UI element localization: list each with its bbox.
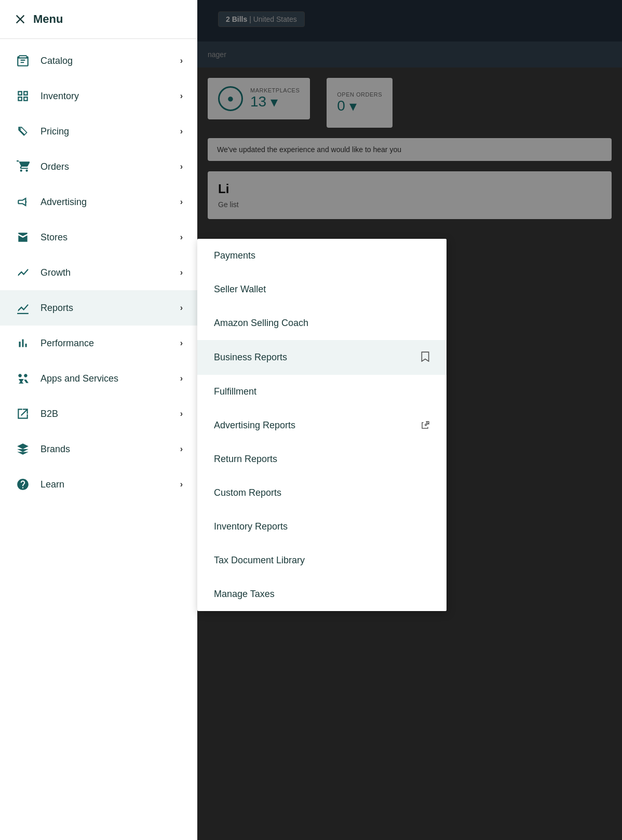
chevron-right-icon: › xyxy=(180,338,183,348)
sidebar-item-inventory[interactable]: Inventory › xyxy=(0,78,197,114)
chevron-right-icon: › xyxy=(180,268,183,277)
submenu-item-manage-taxes[interactable]: Manage Taxes xyxy=(197,577,447,611)
external-link-icon xyxy=(417,421,430,430)
reports-icon xyxy=(15,300,31,316)
sidebar-item-catalog[interactable]: Catalog › xyxy=(0,43,197,78)
sidebar: Menu Catalog › Inventory › xyxy=(0,0,197,840)
sidebar-item-apps-and-services[interactable]: Apps and Services › xyxy=(0,361,197,396)
submenu-item-payments[interactable]: Payments xyxy=(197,239,447,273)
chevron-right-icon: › xyxy=(180,127,183,136)
menu-title: Menu xyxy=(33,12,63,26)
chevron-right-icon: › xyxy=(180,444,183,454)
sidebar-item-stores[interactable]: Stores › xyxy=(0,220,197,255)
inventory-icon xyxy=(15,88,31,104)
performance-icon xyxy=(15,335,31,351)
chevron-right-icon: › xyxy=(180,409,183,418)
sidebar-item-b2b[interactable]: B2B › xyxy=(0,396,197,431)
sidebar-item-reports[interactable]: Reports › xyxy=(0,290,197,326)
submenu-item-inventory-reports[interactable]: Inventory Reports xyxy=(197,510,447,544)
sidebar-header: Menu xyxy=(0,0,197,39)
advertising-icon xyxy=(15,194,31,210)
chevron-right-icon: › xyxy=(180,197,183,207)
bookmark-icon xyxy=(421,351,430,363)
sidebar-item-growth[interactable]: Growth › xyxy=(0,255,197,290)
chevron-right-icon: › xyxy=(180,162,183,171)
sidebar-item-performance[interactable]: Performance › xyxy=(0,326,197,361)
sidebar-item-advertising[interactable]: Advertising › xyxy=(0,184,197,220)
chevron-right-icon: › xyxy=(180,91,183,101)
chevron-right-icon: › xyxy=(180,480,183,489)
submenu-item-custom-reports[interactable]: Custom Reports xyxy=(197,476,447,510)
b2b-icon xyxy=(15,405,31,422)
orders-icon xyxy=(15,158,31,175)
sidebar-item-pricing[interactable]: Pricing › xyxy=(0,114,197,149)
submenu-item-return-reports[interactable]: Return Reports xyxy=(197,442,447,476)
submenu-item-business-reports[interactable]: Business Reports xyxy=(197,340,447,375)
chevron-right-icon: › xyxy=(180,374,183,383)
sidebar-item-orders[interactable]: Orders › xyxy=(0,149,197,184)
submenu-item-seller-wallet[interactable]: Seller Wallet xyxy=(197,273,447,306)
chevron-right-icon: › xyxy=(180,233,183,242)
growth-icon xyxy=(15,264,31,281)
submenu-item-amazon-selling-coach[interactable]: Amazon Selling Coach xyxy=(197,306,447,340)
reports-submenu: Payments Seller Wallet Amazon Selling Co… xyxy=(197,239,447,611)
submenu-item-advertising-reports[interactable]: Advertising Reports xyxy=(197,409,447,442)
chevron-right-icon: › xyxy=(180,303,183,313)
brands-icon xyxy=(15,441,31,457)
sidebar-item-brands[interactable]: Brands › xyxy=(0,431,197,467)
close-icon xyxy=(15,13,26,25)
stores-icon xyxy=(15,229,31,246)
learn-icon xyxy=(15,476,31,493)
chevron-right-icon: › xyxy=(180,56,183,65)
pricing-icon xyxy=(15,123,31,140)
catalog-icon xyxy=(15,52,31,69)
submenu-item-fulfillment[interactable]: Fulfillment xyxy=(197,375,447,409)
sidebar-nav: Catalog › Inventory › Pricing › xyxy=(0,39,197,840)
sidebar-item-learn[interactable]: Learn › xyxy=(0,467,197,502)
apps-icon xyxy=(15,370,31,387)
close-menu-button[interactable] xyxy=(15,13,26,25)
submenu-item-tax-document-library[interactable]: Tax Document Library xyxy=(197,544,447,577)
